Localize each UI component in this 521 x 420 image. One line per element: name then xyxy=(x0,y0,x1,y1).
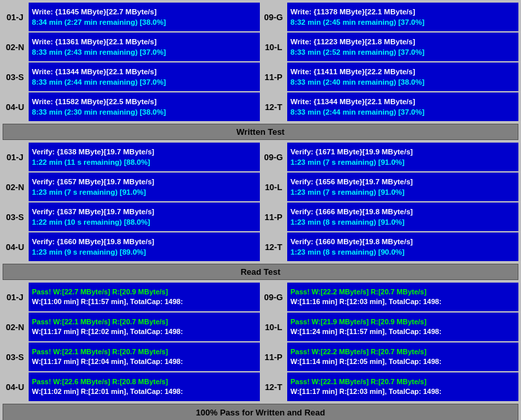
cell-left: Write: {11645 MByte}[22.7 MByte/s] 8:34 … xyxy=(29,3,260,31)
cell-right: Pass! W:[22.2 MByte/s] R:[20.7 MByte/s] … xyxy=(287,283,518,311)
footer-bar: 100% Pass for Written and Read xyxy=(3,404,518,420)
row-id-left: 04-U xyxy=(3,372,27,401)
read-section: 01-J Pass! W:[22.7 MByte/s] R:[20.9 MByt… xyxy=(3,283,518,401)
cell-left: Verify: {1638 MByte}[19.7 MByte/s] 1:22 … xyxy=(29,143,260,171)
cell-left: Verify: {1657 MByte}[19.7 MByte/s] 1:23 … xyxy=(29,173,260,201)
table-row: 04-U Write: {11582 MByte}[22.5 MByte/s] … xyxy=(3,92,518,121)
cell-left: Pass! W:[22.1 MByte/s] R:[20.7 MByte/s] … xyxy=(29,313,260,341)
table-row: 01-J Pass! W:[22.7 MByte/s] R:[20.9 MByt… xyxy=(3,283,518,311)
row-id-left: 03-S xyxy=(3,343,27,371)
table-row: 03-S Write: {11344 MByte}[22.1 MByte/s] … xyxy=(3,63,518,91)
cell-right: Write: {11378 MByte}[22.1 MByte/s] 8:32 … xyxy=(287,3,518,31)
table-row: 02-N Write: {11361 MByte}[22.1 MByte/s] … xyxy=(3,33,518,61)
row-id-left: 01-J xyxy=(3,143,27,171)
read-test-header: Read Test xyxy=(3,264,518,280)
row-id-left: 02-N xyxy=(3,173,27,201)
row-id-right: 12-T xyxy=(261,372,286,401)
write-section: 01-J Write: {11645 MByte}[22.7 MByte/s] … xyxy=(3,3,518,121)
row-id-left: 04-U xyxy=(3,92,27,121)
cell-right: Pass! W:[22.2 MByte/s] R:[20.7 MByte/s] … xyxy=(287,343,518,371)
cell-right: Pass! W:[21.9 MByte/s] R:[20.9 MByte/s] … xyxy=(287,313,518,341)
table-row: 04-U Verify: {1660 MByte}[19.8 MByte/s] … xyxy=(3,232,518,261)
verify-section: 01-J Verify: {1638 MByte}[19.7 MByte/s] … xyxy=(3,143,518,261)
cell-right: Verify: {1656 MByte}[19.7 MByte/s] 1:23 … xyxy=(287,173,518,201)
cell-right: Write: {11411 MByte}[22.2 MByte/s] 8:33 … xyxy=(287,63,518,91)
row-id-left: 02-N xyxy=(3,313,27,341)
cell-right: Write: {11223 MByte}[21.8 MByte/s] 8:33 … xyxy=(287,33,518,61)
table-row: 03-S Verify: {1637 MByte}[19.7 MByte/s] … xyxy=(3,203,518,231)
row-id-left: 01-J xyxy=(3,3,27,31)
cell-right: Pass! W:[22.1 MByte/s] R:[20.7 MByte/s] … xyxy=(287,372,518,401)
row-id-left: 02-N xyxy=(3,33,27,61)
row-id-right: 09-G xyxy=(261,3,286,31)
table-row: 01-J Verify: {1638 MByte}[19.7 MByte/s] … xyxy=(3,143,518,171)
cell-right: Verify: {1660 MByte}[19.8 MByte/s] 1:23 … xyxy=(287,232,518,261)
cell-right: Write: {11344 MByte}[22.1 MByte/s] 8:33 … xyxy=(287,92,518,121)
table-row: 03-S Pass! W:[22.1 MByte/s] R:[20.7 MByt… xyxy=(3,343,518,371)
row-id-left: 03-S xyxy=(3,63,27,91)
written-test-header: Written Test xyxy=(3,124,518,140)
main-container: 01-J Write: {11645 MByte}[22.7 MByte/s] … xyxy=(0,0,521,420)
cell-left: Pass! W:[22.1 MByte/s] R:[20.7 MByte/s] … xyxy=(29,343,260,371)
cell-left: Write: {11361 MByte}[22.1 MByte/s] 8:33 … xyxy=(29,33,260,61)
row-id-right: 10-L xyxy=(261,33,286,61)
cell-left: Write: {11582 MByte}[22.5 MByte/s] 8:33 … xyxy=(29,92,260,121)
cell-left: Pass! W:[22.7 MByte/s] R:[20.9 MByte/s] … xyxy=(29,283,260,311)
row-id-right: 12-T xyxy=(261,92,286,121)
cell-right: Verify: {1671 MByte}[19.9 MByte/s] 1:23 … xyxy=(287,143,518,171)
cell-left: Pass! W:[22.6 MByte/s] R:[20.8 MByte/s] … xyxy=(29,372,260,401)
cell-right: Verify: {1666 MByte}[19.8 MByte/s] 1:23 … xyxy=(287,203,518,231)
row-id-left: 01-J xyxy=(3,283,27,311)
row-id-right: 10-L xyxy=(261,173,286,201)
row-id-left: 04-U xyxy=(3,232,27,261)
table-row: 04-U Pass! W:[22.6 MByte/s] R:[20.8 MByt… xyxy=(3,372,518,401)
row-id-right: 09-G xyxy=(261,283,286,311)
row-id-left: 03-S xyxy=(3,203,27,231)
table-row: 01-J Write: {11645 MByte}[22.7 MByte/s] … xyxy=(3,3,518,31)
row-id-right: 09-G xyxy=(261,143,286,171)
row-id-right: 11-P xyxy=(261,343,286,371)
table-row: 02-N Pass! W:[22.1 MByte/s] R:[20.7 MByt… xyxy=(3,313,518,341)
row-id-right: 12-T xyxy=(261,232,286,261)
row-id-right: 11-P xyxy=(261,203,286,231)
table-row: 02-N Verify: {1657 MByte}[19.7 MByte/s] … xyxy=(3,173,518,201)
row-id-right: 10-L xyxy=(261,313,286,341)
cell-left: Verify: {1637 MByte}[19.7 MByte/s] 1:22 … xyxy=(29,203,260,231)
cell-left: Verify: {1660 MByte}[19.8 MByte/s] 1:23 … xyxy=(29,232,260,261)
row-id-right: 11-P xyxy=(261,63,286,91)
cell-left: Write: {11344 MByte}[22.1 MByte/s] 8:33 … xyxy=(29,63,260,91)
